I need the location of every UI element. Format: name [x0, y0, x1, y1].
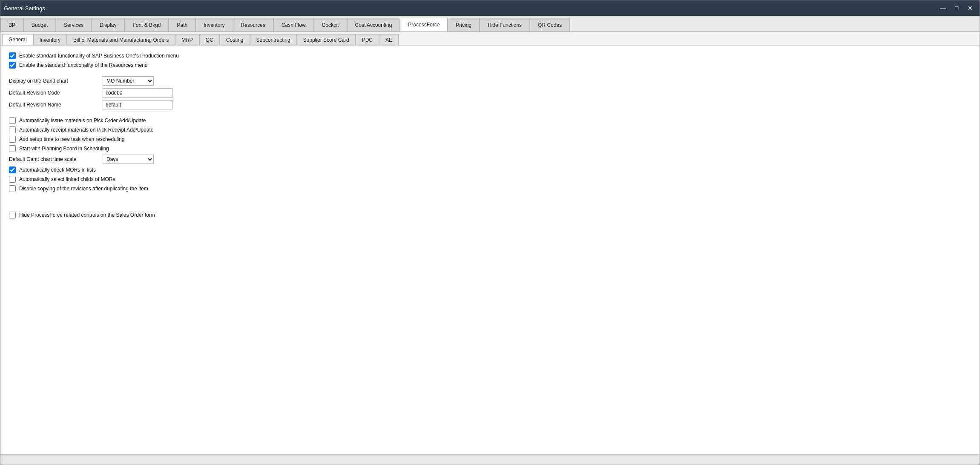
tab-supplier-score-card[interactable]: Supplier Score Card [297, 34, 356, 45]
tab-top-bp[interactable]: BP [0, 18, 23, 32]
select-gantt-chart[interactable]: MO Number MO Name Item Code Item Descrip… [103, 76, 154, 86]
top-tab-bar: BP Budget Services Display Font & Bkgd P… [0, 16, 980, 32]
field-row-revision-name: Default Revision Name [9, 100, 971, 109]
label-gantt-chart: Display on the Gantt chart [9, 78, 103, 84]
checkbox-start-planning-board[interactable] [9, 145, 16, 152]
label-disable-copying[interactable]: Disable copying of the revisions after d… [19, 186, 148, 192]
checkbox-row-add-setup-time: Add setup time to new task when reschedu… [9, 136, 971, 143]
tab-top-budget[interactable]: Budget [23, 18, 56, 32]
tab-qc[interactable]: QC [199, 34, 220, 45]
tab-mrp[interactable]: MRP [175, 34, 199, 45]
window-controls: — □ ✕ [937, 3, 976, 13]
tab-top-cockpit[interactable]: Cockpit [314, 18, 347, 32]
checkbox-row-auto-check-mors: Automatically check MORs in lists [9, 166, 971, 173]
checkbox-row-enable-resources: Enable the standard functionality of the… [9, 62, 971, 69]
checkbox-row-auto-receipt: Automatically receipt materials on Pick … [9, 126, 971, 133]
tab-top-processforce[interactable]: ProcessForce [400, 18, 448, 32]
tab-top-path[interactable]: Path [169, 18, 195, 32]
label-auto-select-linked[interactable]: Automatically select linked childs of MO… [19, 176, 115, 182]
tab-costing[interactable]: Costing [220, 34, 250, 45]
tab-top-qr-codes[interactable]: QR Codes [530, 18, 570, 32]
tab-top-cost-accounting[interactable]: Cost Accounting [347, 18, 400, 32]
checkbox-row-disable-copying: Disable copying of the revisions after d… [9, 185, 971, 192]
checkbox-row-auto-issue: Automatically issue materials on Pick Or… [9, 117, 971, 124]
input-revision-name[interactable] [103, 100, 172, 109]
title-bar: General Settings — □ ✕ [0, 0, 980, 16]
main-window: General Settings — □ ✕ BP Budget Service… [0, 0, 980, 465]
checkbox-disable-copying[interactable] [9, 185, 16, 192]
label-gantt-time-scale: Default Gantt chart time scale [9, 156, 103, 162]
checkbox-row-enable-production: Enable standard functionality of SAP Bus… [9, 52, 971, 59]
tab-bill-of-materials[interactable]: Bill of Materials and Manufacturing Orde… [67, 34, 175, 45]
label-revision-name: Default Revision Name [9, 102, 103, 108]
tab-top-pricing[interactable]: Pricing [448, 18, 480, 32]
tab-top-resources[interactable]: Resources [233, 18, 273, 32]
field-row-gantt-chart: Display on the Gantt chart MO Number MO … [9, 76, 971, 86]
tab-top-services[interactable]: Services [56, 18, 92, 32]
checkbox-enable-resources[interactable] [9, 62, 16, 69]
tab-top-hide-functions[interactable]: Hide Functions [480, 18, 530, 32]
label-auto-issue[interactable]: Automatically issue materials on Pick Or… [19, 118, 146, 123]
checkbox-enable-production[interactable] [9, 52, 16, 59]
label-add-setup-time[interactable]: Add setup time to new task when reschedu… [19, 136, 124, 142]
tab-general[interactable]: General [2, 34, 33, 45]
checkbox-row-start-planning-board: Start with Planning Board in Scheduling [9, 145, 971, 152]
checkbox-add-setup-time[interactable] [9, 136, 16, 143]
label-auto-check-mors[interactable]: Automatically check MORs in lists [19, 167, 96, 173]
checkbox-auto-select-linked[interactable] [9, 176, 16, 183]
label-enable-resources[interactable]: Enable the standard functionality of the… [19, 62, 148, 68]
tab-inventory[interactable]: Inventory [33, 34, 67, 45]
label-auto-receipt[interactable]: Automatically receipt materials on Pick … [19, 127, 154, 133]
tab-ae[interactable]: AE [379, 34, 399, 45]
checkbox-row-auto-select-linked: Automatically select linked childs of MO… [9, 176, 971, 183]
field-row-gantt-time-scale: Default Gantt chart time scale Days Week… [9, 155, 971, 164]
tab-subcontracting[interactable]: Subcontracting [250, 34, 297, 45]
main-content: Enable standard functionality of SAP Bus… [0, 46, 980, 454]
status-bar [0, 454, 980, 465]
tab-top-display[interactable]: Display [92, 18, 124, 32]
field-row-revision-code: Default Revision Code [9, 88, 971, 98]
select-gantt-time-scale[interactable]: Days Weeks Months [103, 155, 154, 164]
checkbox-auto-receipt[interactable] [9, 126, 16, 133]
tab-top-cash-flow[interactable]: Cash Flow [273, 18, 314, 32]
input-revision-code[interactable] [103, 88, 172, 98]
label-enable-production[interactable]: Enable standard functionality of SAP Bus… [19, 53, 179, 59]
label-hide-processforce-controls[interactable]: Hide ProcessForce related controls on th… [19, 212, 155, 218]
checkbox-row-hide-processforce-controls: Hide ProcessForce related controls on th… [9, 212, 971, 218]
label-revision-code: Default Revision Code [9, 90, 103, 96]
window-title: General Settings [4, 5, 45, 11]
minimize-button[interactable]: — [937, 3, 949, 13]
checkbox-auto-issue[interactable] [9, 117, 16, 124]
label-start-planning-board[interactable]: Start with Planning Board in Scheduling [19, 146, 109, 152]
tab-top-font-bkgd[interactable]: Font & Bkgd [124, 18, 169, 32]
checkbox-hide-processforce-controls[interactable] [9, 212, 16, 218]
close-button[interactable]: ✕ [964, 3, 976, 13]
checkbox-auto-check-mors[interactable] [9, 166, 16, 173]
secondary-tab-bar: General Inventory Bill of Materials and … [0, 32, 980, 46]
maximize-button[interactable]: □ [951, 3, 963, 13]
tab-top-inventory[interactable]: Inventory [195, 18, 233, 32]
tab-pdc[interactable]: PDC [356, 34, 379, 45]
